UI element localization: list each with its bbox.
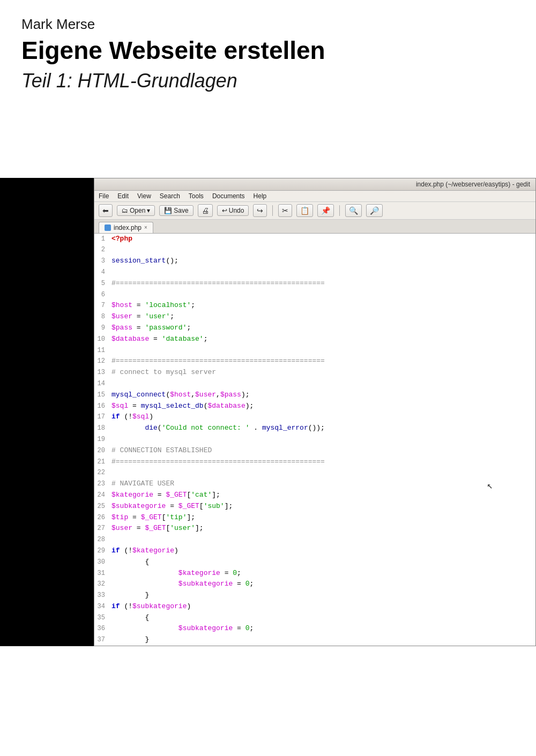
code-line-28: 28 bbox=[94, 534, 535, 545]
code-line-35: 35 { bbox=[94, 612, 535, 624]
editor-window: index.php (~/webserver/easytips) - gedit… bbox=[94, 178, 536, 646]
code-line-17: 17 if (!$sql) bbox=[94, 411, 535, 423]
code-area[interactable]: 1 <?php 2 3 session_start(); 4 5 #======… bbox=[94, 234, 535, 646]
code-line-14: 14 bbox=[94, 378, 535, 390]
dropdown-arrow-icon: ▾ bbox=[147, 207, 150, 214]
code-line-31: 31 $kategorie = 0; bbox=[94, 568, 535, 579]
mouse-cursor: ↖ bbox=[487, 478, 493, 494]
code-line-7: 7 $host = 'localhost'; bbox=[94, 300, 535, 311]
code-line-18: 18 die('Could not connect: ' . mysql_err… bbox=[94, 423, 535, 434]
save-label: Save bbox=[174, 207, 188, 214]
paste-button[interactable]: 📌 bbox=[317, 204, 334, 217]
code-line-8: 8 $user = 'user'; bbox=[94, 311, 535, 323]
code-line-37: 37 } bbox=[94, 634, 535, 646]
code-line-30: 30 { bbox=[94, 557, 535, 568]
search-button[interactable]: 🔍 bbox=[345, 204, 362, 217]
print-button[interactable]: 🖨 bbox=[198, 204, 213, 217]
code-line-21: 21 #====================================… bbox=[94, 456, 535, 468]
save-icon: 💾 bbox=[164, 207, 172, 214]
cut-button[interactable]: ✂ bbox=[278, 204, 292, 217]
editor-container: index.php (~/webserver/easytips) - gedit… bbox=[0, 178, 536, 646]
menu-view[interactable]: View bbox=[137, 192, 151, 200]
code-line-6: 6 bbox=[94, 289, 535, 301]
open-button[interactable]: 🗂 Open ▾ bbox=[117, 205, 155, 216]
folder-icon: 🗂 bbox=[122, 207, 128, 214]
code-line-9: 9 $pass = 'password'; bbox=[94, 323, 535, 334]
code-line-11: 11 bbox=[94, 345, 535, 356]
code-line-13: 13 # connect to mysql server bbox=[94, 367, 535, 378]
header-section: Mark Merse Eigene Webseite erstellen Tei… bbox=[0, 0, 536, 114]
code-line-15: 15 mysql_connect($host,$user,$pass); bbox=[94, 390, 535, 401]
menu-file[interactable]: File bbox=[99, 192, 109, 200]
toolbar-separator bbox=[272, 205, 273, 216]
menu-edit[interactable]: Edit bbox=[117, 192, 129, 200]
black-left-bar bbox=[0, 178, 94, 646]
tab-bar: index.php × bbox=[94, 220, 535, 234]
code-line-1: 1 <?php bbox=[94, 234, 535, 245]
code-line-10: 10 $database = 'database'; bbox=[94, 334, 535, 345]
menu-documents[interactable]: Documents bbox=[212, 192, 245, 200]
redo-button[interactable]: ↪ bbox=[253, 204, 267, 217]
undo-label: Undo bbox=[229, 207, 244, 214]
author-name: Mark Merse bbox=[21, 16, 515, 33]
code-line-32: 32 $subkategorie = 0; bbox=[94, 579, 535, 590]
book-title: Eigene Webseite erstellen bbox=[21, 37, 515, 64]
menu-search[interactable]: Search bbox=[160, 192, 180, 200]
code-line-2: 2 bbox=[94, 244, 535, 256]
title-bar-text: index.php (~/webserver/easytips) - gedit bbox=[416, 181, 530, 188]
code-line-26: 26 $tip = $_GET['tip']; bbox=[94, 512, 535, 523]
toolbar-separator-2 bbox=[339, 205, 340, 216]
undo-icon: ↩ bbox=[222, 207, 227, 214]
menu-help[interactable]: Help bbox=[254, 192, 267, 200]
code-line-19: 19 bbox=[94, 434, 535, 445]
code-line-29: 29 if (!$kategorie) bbox=[94, 545, 535, 557]
save-button[interactable]: 💾 Save bbox=[159, 205, 193, 216]
code-line-16: 16 $sql = mysql_select_db($database); bbox=[94, 401, 535, 412]
book-subtitle: Teil 1: HTML-Grundlagen bbox=[21, 70, 515, 92]
code-line-23: 23 # NAVIGATE USER bbox=[94, 478, 535, 490]
code-line-24: 24 $kategorie = $_GET['cat']; bbox=[94, 490, 535, 501]
code-line-5: 5 #=====================================… bbox=[94, 278, 535, 289]
back-button[interactable]: ⬅ bbox=[99, 204, 113, 217]
code-line-34: 34 if (!$subkategorie) bbox=[94, 601, 535, 612]
open-label: Open bbox=[130, 207, 145, 214]
code-line-27: 27 $user = $_GET['user']; bbox=[94, 523, 535, 534]
tab-close-button[interactable]: × bbox=[144, 224, 147, 230]
toolbar: ⬅ 🗂 Open ▾ 💾 Save 🖨 ↩ Undo ↪ ✂ 📋 📌 🔍 🔎 bbox=[94, 202, 535, 220]
tab-file-icon bbox=[105, 224, 111, 231]
title-bar: index.php (~/webserver/easytips) - gedit bbox=[94, 178, 535, 191]
copy-button[interactable]: 📋 bbox=[296, 204, 313, 217]
menu-bar: File Edit View Search Tools Documents He… bbox=[94, 191, 535, 202]
file-tab[interactable]: index.php × bbox=[99, 222, 153, 233]
code-line-3: 3 session_start(); bbox=[94, 256, 535, 267]
code-line-12: 12 #====================================… bbox=[94, 356, 535, 367]
undo-button[interactable]: ↩ Undo bbox=[217, 205, 249, 216]
menu-tools[interactable]: Tools bbox=[189, 192, 204, 200]
tab-label: index.php bbox=[114, 224, 142, 231]
code-line-25: 25 $subkategorie = $_GET['sub']; bbox=[94, 501, 535, 512]
code-line-4: 4 bbox=[94, 267, 535, 278]
code-line-36: 36 $subkategorie = 0; bbox=[94, 623, 535, 634]
code-line-22: 22 bbox=[94, 467, 535, 478]
code-line-33: 33 } bbox=[94, 590, 535, 601]
code-line-20: 20 # CONNECTION ESTABLISHED bbox=[94, 445, 535, 456]
search-replace-button[interactable]: 🔎 bbox=[366, 204, 383, 217]
